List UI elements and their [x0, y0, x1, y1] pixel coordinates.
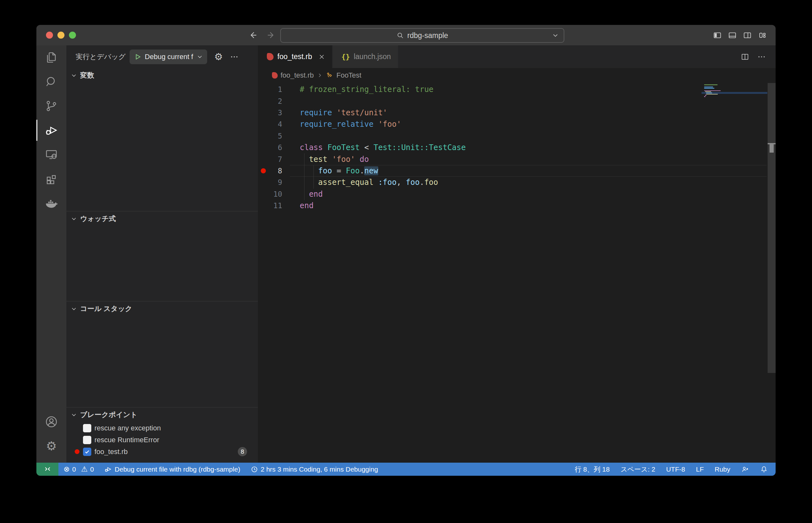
language-mode-status[interactable]: Ruby — [715, 466, 730, 473]
title-bar: rdbg-sample — [36, 25, 776, 46]
activity-search[interactable] — [36, 70, 67, 94]
indentation-status[interactable]: スペース: 2 — [621, 465, 655, 474]
code-line-7[interactable]: 7 test 'foo' do — [258, 153, 776, 165]
debug-config-label: Debug current f — [145, 53, 193, 61]
breakpoints-section-header[interactable]: ブレークポイント — [67, 408, 258, 422]
minimap-line — [704, 96, 705, 97]
window-controls — [46, 25, 76, 46]
indent-guide — [304, 153, 304, 200]
activity-accounts[interactable] — [36, 410, 67, 434]
code-editor[interactable]: 1# frozen_string_literal: true23require … — [258, 83, 776, 463]
code-line-4[interactable]: 4require_relative 'foo' — [258, 119, 776, 130]
tab-launch-json[interactable]: {} launch.json — [333, 46, 398, 68]
code-text: assert_equal :foo, foo.foo — [300, 178, 438, 187]
activity-settings[interactable]: ⚙ — [36, 434, 67, 458]
code-line-6[interactable]: 6class FooTest < Test::Unit::TestCase — [258, 142, 776, 153]
chevron-down-icon[interactable] — [552, 32, 559, 39]
code-line-10[interactable]: 10 end — [258, 188, 776, 200]
watch-section-header[interactable]: ウォッチ式 — [67, 211, 258, 226]
debug-status[interactable]: Debug current file with rdbg (rdbg-sampl… — [104, 465, 240, 473]
gutter[interactable]: 10 — [258, 188, 300, 200]
problems-status[interactable]: ⊗ 0 ⚠ 0 — [63, 466, 94, 473]
activity-source-control[interactable] — [36, 94, 67, 118]
line-number: 11 — [269, 201, 300, 210]
customize-layout-icon[interactable] — [758, 31, 767, 40]
remote-explorer-icon — [45, 148, 58, 161]
line-number: 2 — [269, 97, 300, 105]
vertical-scrollbar[interactable] — [768, 83, 776, 373]
gutter[interactable]: 5 — [258, 130, 300, 142]
breakpoint-row-foo-test[interactable]: foo_test.rb 8 — [67, 446, 258, 457]
debug-config-dropdown[interactable]: Debug current f — [130, 50, 207, 64]
breakpoint-row-rescue-runtime[interactable]: rescue RuntimeError — [67, 434, 258, 446]
toggle-primary-sidebar-icon[interactable] — [713, 31, 722, 40]
code-text: # frozen_string_literal: true — [300, 85, 433, 94]
gutter[interactable]: 3 — [258, 107, 300, 119]
line-number: 8 — [269, 167, 300, 175]
code-line-3[interactable]: 3require 'test/unit' — [258, 107, 776, 119]
code-line-1[interactable]: 1# frozen_string_literal: true — [258, 84, 776, 95]
code-line-11[interactable]: 11end — [258, 200, 776, 211]
checkbox-checked[interactable] — [83, 448, 91, 456]
minimap-line — [704, 90, 721, 91]
minimap[interactable] — [704, 84, 767, 218]
breakpoint-label: rescue RuntimeError — [94, 436, 159, 444]
toggle-secondary-sidebar-icon[interactable] — [743, 31, 752, 40]
code-line-2[interactable]: 2 — [258, 95, 776, 107]
close-icon[interactable] — [318, 54, 325, 60]
breadcrumb-file[interactable]: foo_test.rb — [280, 71, 314, 79]
back-arrow-icon[interactable] — [248, 30, 258, 40]
code-text: require 'test/unit' — [300, 108, 387, 117]
code-text: end — [300, 201, 313, 210]
variables-section: 変数 — [67, 68, 258, 211]
breakpoint-row-rescue-any[interactable]: rescue any exception — [67, 422, 258, 434]
close-window-button[interactable] — [46, 32, 53, 39]
split-editor-icon[interactable] — [740, 52, 750, 61]
tab-foo-test-rb[interactable]: foo_test.rb — [258, 46, 332, 68]
eol-status[interactable]: LF — [696, 466, 704, 473]
checkbox-unchecked[interactable] — [83, 436, 91, 444]
toggle-panel-icon[interactable] — [728, 31, 737, 40]
activity-remote-explorer[interactable] — [36, 142, 67, 167]
more-actions-icon[interactable] — [757, 52, 766, 61]
gutter[interactable]: 11 — [258, 200, 300, 211]
activity-extensions[interactable] — [36, 167, 67, 191]
gutter[interactable]: 1 — [258, 84, 300, 95]
gutter[interactable]: 8 — [258, 165, 300, 177]
editor-area: foo_test.rb {} launch.json — [258, 46, 776, 463]
time-tracking-label: 2 hrs 3 mins Coding, 6 mins Debugging — [261, 466, 378, 473]
remote-indicator[interactable] — [36, 463, 58, 476]
encoding-status[interactable]: UTF-8 — [666, 466, 685, 473]
breadcrumb-symbol[interactable]: FooTest — [336, 71, 361, 79]
gutter[interactable]: 7 — [258, 153, 300, 165]
variables-section-header[interactable]: 変数 — [67, 68, 258, 83]
feedback-person-icon[interactable] — [741, 465, 749, 473]
gutter[interactable]: 2 — [258, 95, 300, 107]
activity-bar: ⚙ — [36, 46, 67, 463]
debug-settings-gear-icon[interactable]: ⚙ — [214, 52, 223, 61]
minimize-window-button[interactable] — [57, 32, 64, 39]
code-line-8[interactable]: 8 foo = Foo.new — [258, 165, 776, 177]
gutter[interactable]: 6 — [258, 142, 300, 153]
call-stack-section-label: コール スタック — [80, 304, 132, 313]
activity-explorer[interactable] — [36, 46, 67, 70]
forward-arrow-icon[interactable] — [266, 30, 276, 40]
call-stack-section-header[interactable]: コール スタック — [67, 302, 258, 316]
cursor-position-status[interactable]: 行 8、列 18 — [574, 465, 610, 474]
code-line-9[interactable]: 9 assert_equal :foo, foo.foo — [258, 177, 776, 188]
checkbox-unchecked[interactable] — [83, 424, 91, 432]
command-center-search[interactable]: rdbg-sample — [280, 28, 564, 43]
activity-docker[interactable] — [36, 191, 67, 215]
gutter[interactable]: 4 — [258, 119, 300, 130]
breakpoint-dot-icon[interactable] — [261, 168, 266, 174]
zoom-window-button[interactable] — [69, 32, 76, 39]
notifications-bell-icon[interactable] — [760, 465, 768, 473]
code-text: class FooTest < Test::Unit::TestCase — [300, 143, 466, 152]
more-actions-icon[interactable] — [230, 52, 239, 61]
activity-run-and-debug[interactable] — [36, 118, 67, 142]
watch-section-label: ウォッチ式 — [80, 214, 116, 223]
play-icon[interactable] — [133, 53, 142, 61]
code-line-5[interactable]: 5 — [258, 130, 776, 142]
time-tracking-status[interactable]: 2 hrs 3 mins Coding, 6 mins Debugging — [251, 466, 378, 473]
gutter[interactable]: 9 — [258, 177, 300, 188]
